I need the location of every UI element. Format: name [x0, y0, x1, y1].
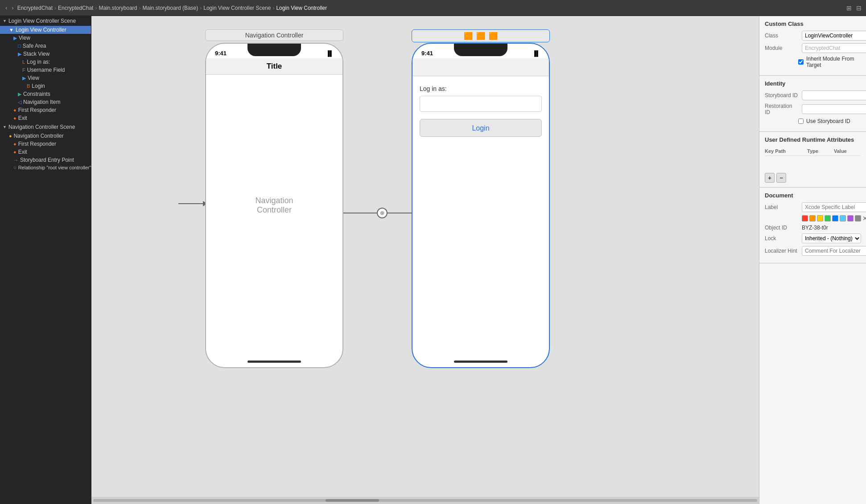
- lock-select[interactable]: Inherited - (Nothing): [802, 234, 861, 243]
- object-id-row: Object ID BYZ-38-t0r: [765, 225, 861, 231]
- phone1-title: Title: [267, 62, 282, 70]
- sidebar-item-entry-point[interactable]: → Storyboard Entry Point: [0, 156, 91, 164]
- nav-back-button[interactable]: ‹: [4, 4, 9, 12]
- sidebar-item-login-btn[interactable]: B Login: [0, 82, 91, 90]
- sidebar-item-exit-2[interactable]: ● Exit: [0, 148, 91, 156]
- login-vc-phone[interactable]: 9:41 ▐▌ Log in as: Login: [412, 43, 550, 368]
- nav-controller-icon: ●: [9, 133, 12, 139]
- custom-class-title: Custom Class: [765, 20, 861, 27]
- sidebar-item-safe-area[interactable]: □ Safe Area: [0, 42, 91, 50]
- breadcrumb-item-2[interactable]: EncryptedChat: [58, 5, 93, 11]
- module-row: Module ›: [765, 43, 861, 53]
- sidebar-label: Constraints: [23, 91, 50, 97]
- use-storyboard-id-checkbox[interactable]: [798, 119, 804, 124]
- stack-view-icon: ▶: [18, 51, 21, 57]
- color-swatch-lightblue[interactable]: [840, 215, 846, 221]
- add-attribute-button[interactable]: +: [765, 173, 775, 183]
- icon-cube-3: 🟧: [489, 32, 498, 40]
- color-swatch-purple[interactable]: [847, 215, 854, 221]
- breadcrumb-item-3[interactable]: Main.storyboard: [99, 5, 137, 11]
- color-x-button[interactable]: ✕: [862, 215, 866, 222]
- login-vc-label: 🟧 🟧 🟧: [412, 29, 550, 42]
- color-swatch-blue[interactable]: [832, 215, 838, 221]
- remove-attribute-button[interactable]: −: [776, 173, 786, 183]
- sidebar-section-nav-scene[interactable]: ▼ Navigation Controller Scene: [0, 122, 91, 132]
- login-input-field[interactable]: [420, 96, 542, 112]
- sidebar-item-nav-item[interactable]: ◁ Navigation Item: [0, 98, 91, 106]
- sidebar-item-login-vc[interactable]: ▼ Login View Controller: [0, 26, 91, 34]
- entry-arrow-line: [178, 203, 203, 204]
- textfield-icon: F: [22, 67, 25, 73]
- localizer-hint-row: Localizer Hint: [765, 246, 861, 256]
- udra-section: User Defined Runtime Attributes Key Path…: [759, 132, 866, 188]
- sidebar-label: First Responder: [18, 141, 56, 147]
- sidebar-label: Storyboard Entry Point: [20, 157, 74, 163]
- exit-icon: ●: [13, 115, 16, 121]
- phone2-home-indicator: [454, 361, 507, 363]
- col-type: Type: [807, 148, 834, 154]
- login-content: Log in as: Login: [412, 76, 549, 146]
- toolbar-icon-btn-2[interactable]: ⊟: [855, 4, 862, 12]
- use-storyboard-id-label: Use Storyboard ID: [806, 118, 850, 124]
- inherit-module-checkbox[interactable]: [798, 59, 804, 65]
- localizer-hint-input[interactable]: [802, 246, 866, 256]
- sidebar-label: View: [19, 35, 30, 41]
- sidebar-item-first-responder-2[interactable]: ● First Responder: [0, 140, 91, 148]
- sidebar-item-first-responder[interactable]: ● First Responder: [0, 106, 91, 114]
- sidebar-item-view2[interactable]: ▶ View: [0, 74, 91, 82]
- segue-line-1: [343, 213, 377, 213]
- restoration-id-input[interactable]: [802, 104, 866, 114]
- module-label: Module: [765, 45, 798, 51]
- class-input[interactable]: [802, 31, 866, 41]
- sidebar-section-login-scene[interactable]: ▼ Login View Controller Scene: [0, 16, 91, 26]
- sidebar-item-exit[interactable]: ● Exit: [0, 114, 91, 122]
- scrollbar-track: [93, 499, 757, 502]
- breadcrumb-sep-4: ›: [200, 5, 202, 11]
- main-area: ▼ Login View Controller Scene ▼ Login Vi…: [0, 16, 866, 504]
- class-row: Class ›: [765, 31, 861, 41]
- sidebar-item-stack-view[interactable]: ▶ Stack View: [0, 50, 91, 58]
- breadcrumb-sep-1: ›: [54, 5, 56, 11]
- nav-forward-button[interactable]: ›: [10, 4, 15, 12]
- phone2-nav-bar: [412, 58, 549, 76]
- color-swatch-orange[interactable]: [809, 215, 816, 221]
- sidebar-item-log-in-as[interactable]: L Log in as:: [0, 58, 91, 66]
- phone1-home-indicator: [247, 361, 301, 363]
- sidebar-item-relationship[interactable]: ○ Relationship "root view controller"...: [0, 164, 91, 171]
- sidebar-item-view[interactable]: ▶ View: [0, 34, 91, 42]
- sidebar-scene2-title: Navigation Controller Scene: [8, 124, 75, 130]
- storyboard-canvas[interactable]: Navigation Controller 🟧 🟧 🟧 9:41 ▐▌: [91, 16, 759, 504]
- document-label-row: Label: [765, 202, 861, 212]
- doc-label-input[interactable]: [802, 202, 866, 212]
- storyboard-id-input[interactable]: [802, 90, 866, 100]
- top-toolbar: ‹ › EncryptedChat › EncryptedChat › Main…: [0, 0, 866, 16]
- breadcrumb-item-4[interactable]: Main.storyboard (Base): [143, 5, 198, 11]
- collapse-triangle-1: ▼: [3, 19, 7, 23]
- collapse-triangle-2: ▼: [3, 125, 7, 129]
- login-button[interactable]: Login: [420, 119, 542, 137]
- sidebar-item-constraints[interactable]: ▶ Constraints: [0, 90, 91, 98]
- breadcrumb-item-active[interactable]: Login View Controller: [276, 5, 327, 11]
- scrollbar-thumb[interactable]: [326, 499, 379, 502]
- localizer-hint-label: Localizer Hint: [765, 248, 798, 254]
- toolbar-icon-btn-1[interactable]: ⊞: [845, 4, 853, 12]
- canvas-scrollbar[interactable]: [91, 497, 759, 504]
- sidebar-item-nav-controller[interactable]: ● Navigation Controller: [0, 132, 91, 140]
- breadcrumb-item-5[interactable]: Login View Controller Scene: [203, 5, 271, 11]
- phone1-battery: ▐▌: [326, 50, 334, 57]
- constraints-icon: ▶: [18, 91, 21, 97]
- sidebar-label: Login: [32, 83, 45, 89]
- breadcrumb-item-1[interactable]: EncryptedChat: [17, 5, 53, 11]
- color-swatch-gray[interactable]: [855, 215, 861, 221]
- udra-table-body: [765, 158, 861, 171]
- inherit-module-row: Inherit Module From Target: [765, 56, 861, 68]
- object-id-value: BYZ-38-t0r: [802, 225, 828, 231]
- module-input[interactable]: [802, 43, 866, 53]
- toolbar-right: ⊞ ⊟: [845, 4, 862, 12]
- color-swatch-yellow[interactable]: [817, 215, 823, 221]
- color-swatch-green[interactable]: [825, 215, 831, 221]
- color-swatch-red[interactable]: [802, 215, 808, 221]
- restoration-id-label: Restoration ID: [765, 103, 798, 115]
- sidebar-item-username-field[interactable]: F Username Field: [0, 66, 91, 74]
- phone1-nav-bar: Title: [206, 58, 342, 75]
